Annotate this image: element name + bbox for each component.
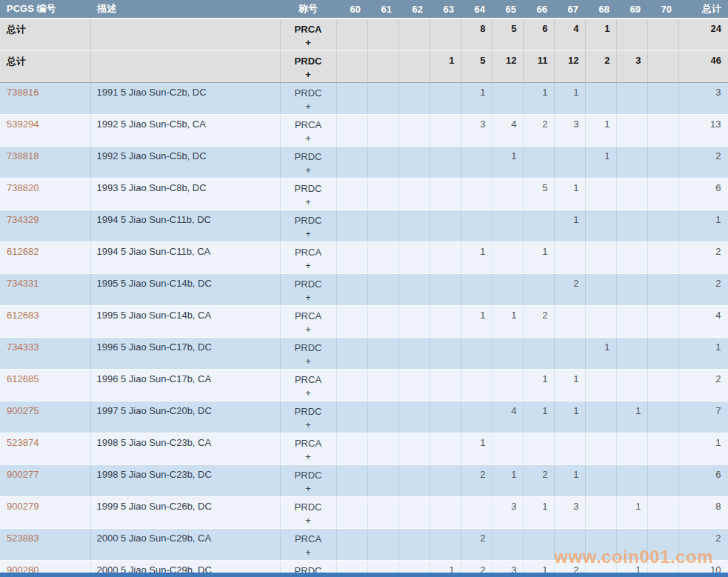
grade-63-count xyxy=(430,83,461,115)
grade-63-count xyxy=(430,210,461,242)
summary-total-label: 总计 xyxy=(0,51,90,83)
col-header-grade-65: 65 xyxy=(492,0,523,19)
grade-69-count xyxy=(616,83,647,115)
data-section: 7388161991 5 Jiao Sun-C2b, DCPRDC+111353… xyxy=(0,83,728,577)
designation-label: PRCA xyxy=(281,246,335,259)
pcgs-number-cell: 900279 xyxy=(0,497,90,529)
pcgs-number-cell: 612683 xyxy=(0,306,90,338)
grade-63-count xyxy=(430,306,461,338)
pcgs-number-link[interactable]: 612685 xyxy=(7,373,39,384)
grade-60-count xyxy=(336,19,367,51)
table-row-523883: 5238832000 5 Jiao Sun-C29b, CAPRCA+22 xyxy=(0,529,728,561)
grade-66-count: 5 xyxy=(523,179,554,210)
summary-row-prdc: 总计PRDC+151211122346 xyxy=(0,51,728,83)
grade-68-count xyxy=(585,83,616,115)
grade-60-count xyxy=(336,306,367,338)
coin-description: 1992 5 Jiao Sun-C5b, CA xyxy=(90,115,280,147)
col-header-description: 描述 xyxy=(90,0,280,19)
grade-63-count xyxy=(430,497,461,529)
grade-69-count xyxy=(616,115,647,147)
summary-description-cell xyxy=(90,19,280,51)
grade-64-count: 8 xyxy=(461,19,492,51)
pcgs-number-link[interactable]: 612683 xyxy=(7,310,39,321)
row-total: 1 xyxy=(678,210,728,242)
col-header-pcgs-number: PCGS 编号 xyxy=(0,0,90,19)
plus-designation: + xyxy=(281,132,335,145)
grade-61-count xyxy=(367,370,398,401)
designation-label: PRCA xyxy=(281,533,335,546)
grade-70-count xyxy=(647,51,678,83)
grade-61-count xyxy=(367,51,398,83)
pcgs-number-link[interactable]: 738818 xyxy=(7,150,39,161)
pcgs-number-link[interactable]: 523874 xyxy=(7,437,39,448)
grade-61-count xyxy=(367,274,398,306)
grade-68-count xyxy=(585,179,616,210)
grade-69-count: 1 xyxy=(616,401,647,433)
pcgs-number-link[interactable]: 612682 xyxy=(7,246,39,257)
grade-68-count xyxy=(585,242,616,274)
row-total: 24 xyxy=(678,19,728,51)
grade-69-count xyxy=(616,274,647,306)
row-total: 3 xyxy=(678,83,728,115)
grade-66-count: 6 xyxy=(523,19,554,51)
pcgs-number-cell: 523874 xyxy=(0,433,90,465)
grade-64-count xyxy=(461,338,492,370)
grade-66-count xyxy=(523,274,554,306)
row-total: 2 xyxy=(678,274,728,306)
pcgs-number-link[interactable]: 523883 xyxy=(7,533,39,544)
grade-70-count xyxy=(647,338,678,370)
grade-70-count xyxy=(647,370,678,401)
grade-66-count xyxy=(523,338,554,370)
summary-row-prca: 总计PRCA+8564124 xyxy=(0,19,728,51)
grade-66-count xyxy=(523,433,554,465)
grade-60-count xyxy=(336,179,367,210)
grade-65-count: 4 xyxy=(492,115,523,147)
coin-description: 1999 5 Jiao Sun-C26b, DC xyxy=(90,497,280,529)
grade-60-count xyxy=(336,274,367,306)
row-total: 8 xyxy=(678,497,728,529)
pcgs-number-link[interactable]: 900277 xyxy=(7,469,39,480)
grade-68-count xyxy=(585,370,616,401)
pcgs-number-link[interactable]: 738816 xyxy=(7,87,39,98)
grade-65-count: 1 xyxy=(492,306,523,338)
grade-69-count: 3 xyxy=(616,51,647,83)
grade-69-count xyxy=(616,242,647,274)
row-total: 6 xyxy=(678,465,728,497)
table-row-900275: 9002751997 5 Jiao Sun-C20b, DCPRDC+41117 xyxy=(0,401,728,433)
grade-61-count xyxy=(367,115,398,147)
grade-69-count xyxy=(616,338,647,370)
designation-label: PRDC xyxy=(281,182,335,196)
grade-63-count xyxy=(430,147,461,179)
designation-label: PRCA xyxy=(281,310,335,323)
pcgs-number-link[interactable]: 734333 xyxy=(7,341,39,353)
pcgs-number-link[interactable]: 900279 xyxy=(7,501,39,512)
grade-67-count xyxy=(554,242,585,274)
table-row-738816: 7388161991 5 Jiao Sun-C2b, DCPRDC+1113 xyxy=(0,83,728,115)
designation-cell: PRCA+ xyxy=(280,529,336,561)
pcgs-number-link[interactable]: 734331 xyxy=(7,278,39,289)
grade-69-count xyxy=(616,465,647,497)
designation-cell: PRDC+ xyxy=(280,51,336,83)
grade-70-count xyxy=(647,210,678,242)
pcgs-number-cell: 900275 xyxy=(0,401,90,433)
pcgs-number-link[interactable]: 539294 xyxy=(7,119,39,130)
grade-61-count xyxy=(367,210,398,242)
designation-cell: PRDC+ xyxy=(280,274,336,306)
grade-64-count: 1 xyxy=(461,242,492,274)
pcgs-number-link[interactable]: 734329 xyxy=(7,214,39,225)
pcgs-number-link[interactable]: 900275 xyxy=(7,405,39,416)
grade-63-count: 1 xyxy=(430,51,461,83)
grade-66-count: 2 xyxy=(523,306,554,338)
grade-61-count xyxy=(367,147,398,179)
pcgs-number-link[interactable]: 738820 xyxy=(7,182,39,193)
grade-67-count xyxy=(554,338,585,370)
grade-68-count xyxy=(585,306,616,338)
grade-67-count xyxy=(554,529,585,561)
grade-65-count xyxy=(492,83,523,115)
grade-61-count xyxy=(367,338,398,370)
designation-label: PRDC xyxy=(281,341,335,355)
grade-69-count xyxy=(616,179,647,210)
grade-66-count: 1 xyxy=(523,242,554,274)
plus-designation: + xyxy=(281,323,335,336)
designation-label: PRDC xyxy=(281,405,335,418)
